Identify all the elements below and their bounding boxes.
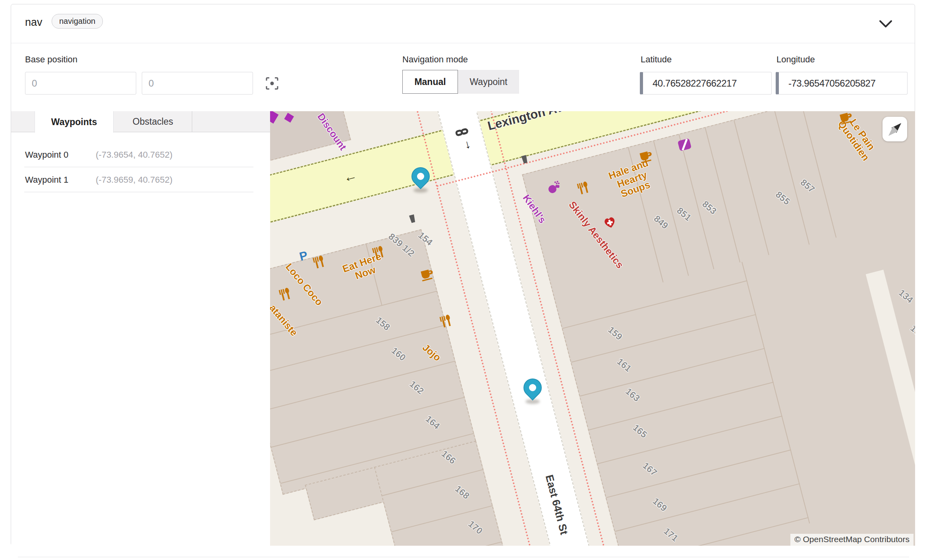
tab-obstacles[interactable]: Obstacles	[114, 111, 192, 132]
latitude-input[interactable]	[640, 72, 772, 95]
longitude-input[interactable]	[776, 72, 908, 95]
collapse-chevron-icon[interactable]	[879, 19, 892, 28]
sidebar-tabbar: Waypoints Obstacles	[11, 111, 270, 132]
base-y-input[interactable]	[142, 72, 253, 95]
next-card-divider	[18, 557, 909, 557]
latitude-label: Latitude	[641, 54, 672, 65]
navigation-type-badge: navigation	[52, 14, 103, 29]
card-header: nav navigation	[11, 4, 915, 43]
map-attribution: © OpenStreetMap Contributors	[790, 534, 913, 546]
mode-manual-button[interactable]: Manual	[402, 70, 458, 94]
nav-card: nav navigation Base position Navigation …	[11, 4, 915, 546]
waste-basket-icon	[408, 214, 417, 224]
base-position-label: Base position	[25, 54, 77, 65]
compass-button[interactable]	[883, 117, 907, 141]
base-x-input[interactable]	[25, 72, 136, 95]
waypoints-sidebar: Waypoints Obstacles Waypoint 0 (-73.9654…	[11, 111, 270, 546]
map-tile-layer: Lexington Ave East 64th St ↓ ← Discount …	[270, 111, 915, 546]
longitude-label: Longitude	[776, 54, 815, 65]
building-block	[522, 111, 915, 546]
center-base-icon[interactable]	[266, 77, 278, 90]
waypoint-coords: (-73.9654, 40.7652)	[96, 150, 172, 160]
navigation-mode-label: Navigation mode	[402, 54, 468, 65]
restaurant-icon	[437, 314, 453, 329]
card-title: nav	[25, 16, 42, 29]
waypoint-list-item[interactable]: Waypoint 1 (-73.9659, 40.7652)	[24, 167, 253, 192]
content-row: Waypoints Obstacles Waypoint 0 (-73.9654…	[11, 111, 915, 546]
tab-waypoints[interactable]: Waypoints	[35, 111, 114, 133]
waypoint-coords: (-73.9659, 40.7652)	[96, 175, 172, 185]
waypoint-name: Waypoint 0	[25, 150, 68, 160]
map[interactable]: Lexington Ave East 64th St ↓ ← Discount …	[270, 111, 915, 546]
waypoint-name: Waypoint 1	[25, 175, 68, 185]
navigation-mode-toggle: Manual Waypoint	[402, 70, 519, 94]
waypoint-list-item[interactable]: Waypoint 0 (-73.9654, 40.7652)	[24, 142, 253, 167]
mode-waypoint-button[interactable]: Waypoint	[458, 70, 519, 94]
